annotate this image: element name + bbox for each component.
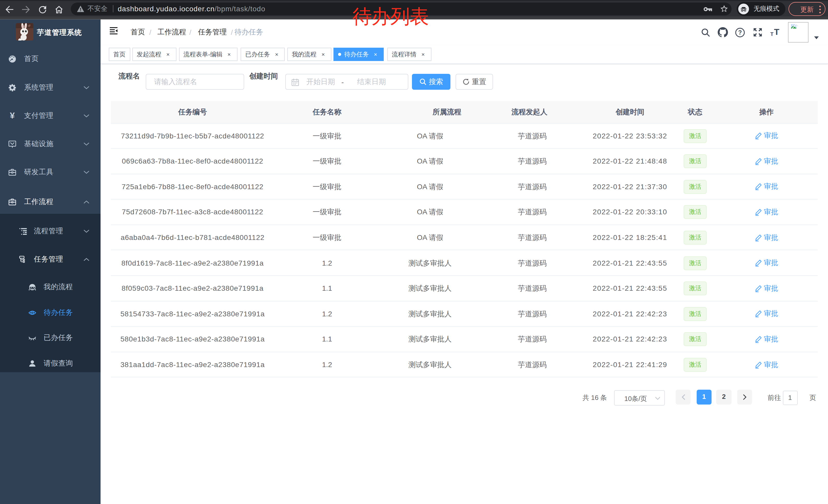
svg-text:?: ?: [738, 29, 742, 36]
